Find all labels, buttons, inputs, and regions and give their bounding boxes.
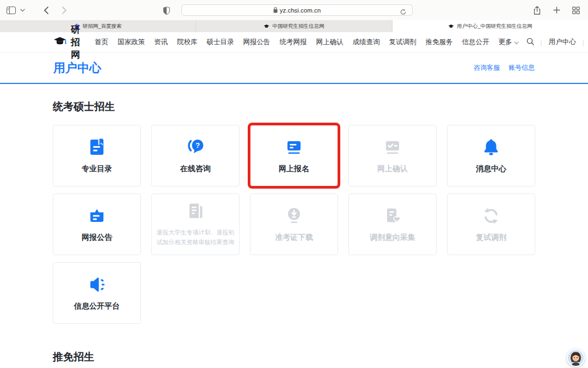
chevron-down-icon — [514, 39, 519, 46]
online-registration-icon — [284, 137, 304, 157]
browser-toolbar: yz.chsi.com.cn — [0, 0, 588, 20]
retest-adjustment-icon — [481, 206, 501, 226]
admission-ticket-download-icon — [284, 206, 304, 226]
section-title: 统考硕士招生 — [53, 100, 535, 114]
share-icon[interactable] — [531, 5, 542, 16]
card-admission-ticket-download: 准考证下载 — [250, 194, 338, 255]
card-info-disclosure[interactable]: 信息公开平台 — [53, 262, 141, 324]
grad-cap-icon — [448, 23, 454, 29]
address-bar[interactable]: yz.chsi.com.cn — [181, 4, 413, 16]
tab-label: 研招网_百度搜索 — [83, 23, 122, 30]
back-icon[interactable] — [40, 5, 51, 16]
card-label: 网报公告 — [82, 233, 112, 243]
card-label: 消息中心 — [476, 164, 506, 174]
tab-bar: 研招网_百度搜索中国研究生招生信息网用户中心_中国研究生招生信息网 — [0, 20, 588, 32]
card-label: 在线咨询 — [180, 164, 211, 174]
tab-label: 用户中心_中国研究生招生信息网 — [457, 23, 532, 30]
page-header: 用户中心 咨询客服账号信息 — [0, 53, 588, 84]
card-announcement[interactable]: 网报公告 — [53, 194, 141, 255]
header-link[interactable]: 账号信息 — [509, 63, 535, 73]
svg-text:?: ? — [195, 141, 200, 149]
search-icon[interactable] — [526, 38, 534, 47]
sidebar-icon[interactable] — [5, 5, 16, 16]
divider: | — [583, 39, 584, 46]
nav-more-label: 更多 — [499, 38, 512, 47]
message-bell-icon — [481, 137, 501, 157]
card-label: 网上确认 — [377, 164, 408, 174]
card-veteran-result-query: 退役大学生专项计划、退役初试加分相关资格审核结果查询 — [151, 194, 240, 255]
card-online-consult[interactable]: ?在线咨询 — [151, 125, 240, 186]
card-label: 退役大学生专项计划、退役初试加分相关资格审核结果查询 — [152, 228, 239, 247]
veteran-result-query-icon — [186, 201, 205, 221]
nav-item[interactable]: 资讯 — [154, 38, 168, 47]
privacy-shield-icon[interactable] — [161, 5, 172, 16]
main-content: 统考硕士招生专业目录?在线咨询网上报名网上确认消息中心网报公告退役大学生专项计划… — [0, 100, 588, 364]
nav-item[interactable]: 硕士目录 — [207, 38, 234, 47]
card-label: 复试调剂 — [476, 233, 506, 243]
tab-overview-icon[interactable] — [571, 5, 581, 16]
card-message-bell[interactable]: 消息中心 — [447, 125, 535, 186]
nav-item[interactable]: 统考网报 — [280, 38, 307, 47]
site-nav: 研招网 首页国家政策资讯院校库硕士目录网报公告统考网报网上确认成绩查询复试调剂推… — [0, 32, 588, 53]
nav-item[interactable]: 网报公告 — [243, 38, 271, 47]
nav-user-center[interactable]: 用户中心 — [549, 38, 576, 47]
online-consult-icon: ? — [186, 137, 205, 157]
nav-item[interactable]: 成绩查询 — [353, 38, 380, 47]
header-link[interactable]: 咨询客服 — [474, 63, 500, 73]
header-links: 咨询客服账号信息 — [474, 63, 535, 73]
tab-label: 中国研究生招生信息网 — [272, 23, 324, 30]
section-title: 推免招生 — [53, 350, 535, 364]
announcement-icon — [87, 206, 107, 226]
major-catalog-icon — [87, 137, 107, 157]
nav-menu: 首页国家政策资讯院校库硕士目录网报公告统考网报网上确认成绩查询复试调剂推免服务信… — [95, 38, 519, 47]
nav-item[interactable]: 推免服务 — [426, 38, 453, 47]
browser-tab[interactable]: 中国研究生招生信息网 — [196, 20, 392, 32]
nav-item[interactable]: 网上确认 — [316, 38, 344, 47]
chevron-down-icon[interactable] — [20, 5, 25, 16]
page-title: 用户中心 — [53, 60, 101, 76]
card-retest-adjustment: 复试调剂 — [447, 194, 535, 255]
logo-text: 研招网 — [71, 23, 81, 61]
forward-icon[interactable] — [59, 5, 70, 16]
card-grid: 专业目录?在线咨询网上报名网上确认消息中心网报公告退役大学生专项计划、退役初试加… — [53, 125, 535, 324]
card-label: 调剂意向采集 — [370, 233, 415, 243]
online-confirm-icon — [383, 137, 402, 157]
card-label: 专业目录 — [82, 164, 112, 174]
site-logo[interactable]: 研招网 — [53, 23, 81, 61]
card-label: 准考证下载 — [275, 233, 313, 243]
lock-icon — [273, 7, 278, 13]
grad-cap-icon — [264, 23, 270, 29]
divider: | — [541, 39, 542, 46]
card-major-catalog[interactable]: 专业目录 — [53, 125, 141, 186]
nav-item[interactable]: 首页 — [95, 38, 108, 47]
card-online-registration[interactable]: 网上报名 — [250, 125, 338, 186]
customer-service-avatar[interactable] — [567, 349, 585, 367]
browser-tab[interactable]: 研招网_百度搜索 — [0, 20, 196, 32]
nav-more[interactable]: 更多 — [499, 38, 519, 47]
nav-item[interactable]: 复试调剂 — [389, 38, 416, 47]
browser-tab[interactable]: 用户中心_中国研究生招生信息网 — [393, 20, 588, 32]
card-adjust-intention: 调剂意向采集 — [348, 194, 437, 255]
nav-item[interactable]: 国家政策 — [118, 38, 145, 47]
reload-icon[interactable] — [397, 7, 408, 17]
adjust-intention-icon — [383, 206, 402, 226]
card-label: 网上报名 — [279, 164, 309, 174]
nav-item[interactable]: 院校库 — [177, 38, 198, 47]
nav-item[interactable]: 信息公开 — [462, 38, 489, 47]
grad-cap-logo-icon — [53, 37, 68, 49]
card-label: 信息公开平台 — [74, 301, 120, 311]
info-disclosure-icon — [87, 275, 107, 294]
new-tab-icon[interactable] — [551, 5, 562, 16]
url-text: yz.chsi.com.cn — [280, 7, 321, 14]
card-online-confirm: 网上确认 — [348, 125, 437, 186]
